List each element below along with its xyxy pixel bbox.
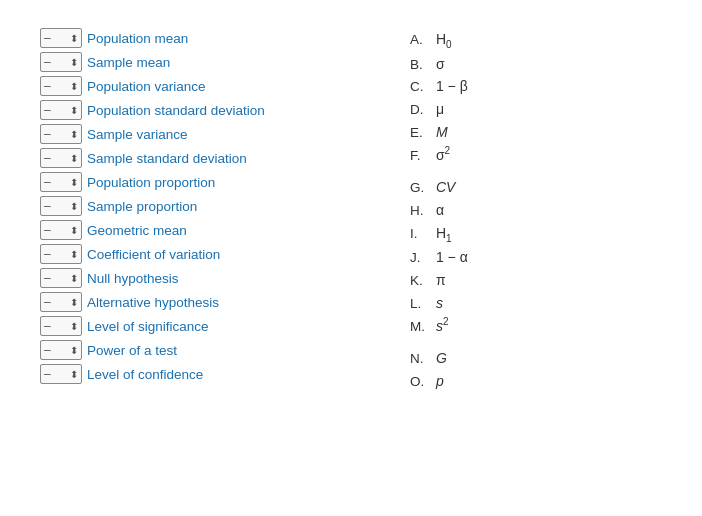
symbol-letter: F.: [410, 145, 432, 167]
symbol-row: J. 1 − α: [410, 246, 468, 269]
term-dropdown-13[interactable]: –⬍: [40, 316, 82, 336]
symbol-value: 1 − β: [432, 75, 468, 97]
term-dropdown-10[interactable]: –⬍: [40, 244, 82, 264]
symbol-row: M. s2: [410, 314, 468, 337]
term-dropdown-15[interactable]: –⬍: [40, 364, 82, 384]
term-dropdown-2[interactable]: –⬍: [40, 52, 82, 72]
term-dropdown-7[interactable]: –⬍: [40, 172, 82, 192]
term-dropdown-4[interactable]: –⬍: [40, 100, 82, 120]
term-dropdown-1[interactable]: –⬍: [40, 28, 82, 48]
symbol-value: α: [432, 199, 444, 221]
symbol-row: I. H1: [410, 222, 468, 247]
term-row: –⬍Population proportion: [40, 172, 350, 192]
symbol-value: σ: [432, 53, 445, 75]
term-row: –⬍Power of a test: [40, 340, 350, 360]
term-row: –⬍Level of significance: [40, 316, 350, 336]
term-label: Power of a test: [87, 343, 177, 358]
term-label: Sample mean: [87, 55, 170, 70]
symbol-row: L. s: [410, 292, 468, 315]
term-row: –⬍Sample proportion: [40, 196, 350, 216]
symbol-letter: J.: [410, 247, 432, 269]
term-row: –⬍Population standard deviation: [40, 100, 350, 120]
symbol-row: H. α: [410, 199, 468, 222]
symbol-row: D. μ: [410, 98, 468, 121]
symbol-letter: C.: [410, 76, 432, 98]
term-label: Coefficient of variation: [87, 247, 220, 262]
symbol-value: CV: [432, 176, 455, 198]
term-dropdown-5[interactable]: –⬍: [40, 124, 82, 144]
symbol-value: 1 − α: [432, 246, 468, 268]
term-label: Level of significance: [87, 319, 209, 334]
symbol-value: M: [432, 121, 448, 143]
symbol-row: A. H0: [410, 28, 468, 53]
symbol-value: s2: [432, 314, 448, 337]
symbol-row: O. p: [410, 370, 468, 393]
term-row: –⬍Alternative hypothesis: [40, 292, 350, 312]
term-label: Population standard deviation: [87, 103, 265, 118]
term-label: Null hypothesis: [87, 271, 179, 286]
symbol-spacer: [410, 337, 468, 347]
term-label: Sample variance: [87, 127, 188, 142]
term-row: –⬍Sample standard deviation: [40, 148, 350, 168]
main-layout: –⬍Population mean–⬍Sample mean–⬍Populati…: [40, 28, 678, 393]
symbol-row: G. CV: [410, 176, 468, 199]
symbol-spacer: [410, 166, 468, 176]
symbol-letter: E.: [410, 122, 432, 144]
term-dropdown-6[interactable]: –⬍: [40, 148, 82, 168]
term-label: Sample proportion: [87, 199, 197, 214]
symbol-value: H0: [432, 28, 452, 53]
symbol-value: s: [432, 292, 443, 314]
symbol-value: G: [432, 347, 447, 369]
term-row: –⬍Level of confidence: [40, 364, 350, 384]
term-label: Population proportion: [87, 175, 215, 190]
term-row: –⬍Sample mean: [40, 52, 350, 72]
term-dropdown-8[interactable]: –⬍: [40, 196, 82, 216]
term-dropdown-3[interactable]: –⬍: [40, 76, 82, 96]
symbol-row: E. M: [410, 121, 468, 144]
symbol-letter: L.: [410, 293, 432, 315]
term-label: Alternative hypothesis: [87, 295, 219, 310]
symbol-letter: A.: [410, 29, 432, 51]
term-label: Population mean: [87, 31, 188, 46]
term-dropdown-14[interactable]: –⬍: [40, 340, 82, 360]
symbol-letter: O.: [410, 371, 432, 393]
symbol-row: F. σ2: [410, 143, 468, 166]
symbol-row: C. 1 − β: [410, 75, 468, 98]
symbol-letter: K.: [410, 270, 432, 292]
symbol-letter: D.: [410, 99, 432, 121]
symbol-letter: M.: [410, 316, 432, 338]
question-container: –⬍Population mean–⬍Sample mean–⬍Populati…: [24, 28, 678, 393]
symbol-row: B. σ: [410, 53, 468, 76]
term-dropdown-12[interactable]: –⬍: [40, 292, 82, 312]
symbol-row: N. G: [410, 347, 468, 370]
term-label: Level of confidence: [87, 367, 203, 382]
symbol-value: μ: [432, 98, 444, 120]
term-row: –⬍Coefficient of variation: [40, 244, 350, 264]
symbol-letter: G.: [410, 177, 432, 199]
symbol-letter: I.: [410, 223, 432, 245]
symbol-value: p: [432, 370, 444, 392]
term-dropdown-9[interactable]: –⬍: [40, 220, 82, 240]
term-row: –⬍Null hypothesis: [40, 268, 350, 288]
symbols-column: A. H0B. σC. 1 − βD. μE. MF. σ2G. CVH. αI…: [410, 28, 468, 393]
term-row: –⬍Population mean: [40, 28, 350, 48]
symbol-value: π: [432, 269, 446, 291]
term-dropdown-11[interactable]: –⬍: [40, 268, 82, 288]
term-label: Population variance: [87, 79, 206, 94]
symbol-letter: H.: [410, 200, 432, 222]
symbol-letter: B.: [410, 54, 432, 76]
symbol-letter: N.: [410, 348, 432, 370]
symbol-value: σ2: [432, 143, 450, 166]
terms-column: –⬍Population mean–⬍Sample mean–⬍Populati…: [40, 28, 350, 384]
term-row: –⬍Sample variance: [40, 124, 350, 144]
symbol-row: K. π: [410, 269, 468, 292]
term-row: –⬍Geometric mean: [40, 220, 350, 240]
term-label: Geometric mean: [87, 223, 187, 238]
symbol-value: H1: [432, 222, 452, 247]
term-row: –⬍Population variance: [40, 76, 350, 96]
term-label: Sample standard deviation: [87, 151, 247, 166]
